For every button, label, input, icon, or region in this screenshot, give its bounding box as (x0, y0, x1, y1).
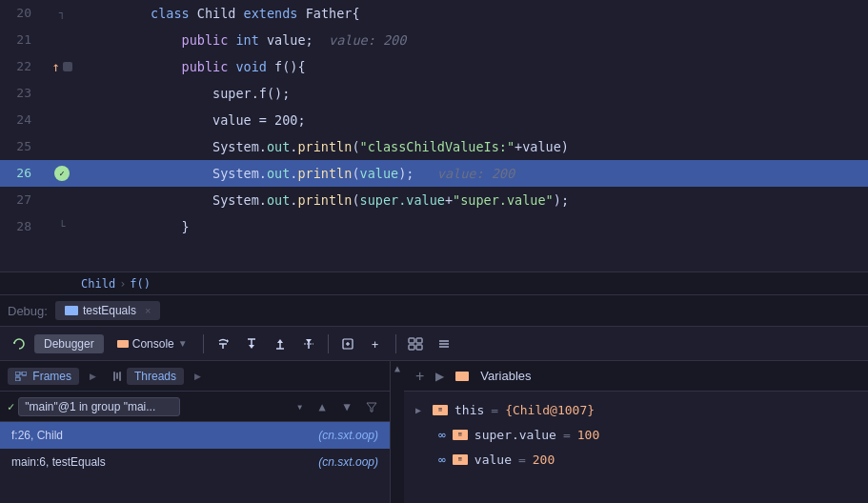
thread-check-icon: ✓ (8, 400, 14, 413)
threads-label[interactable]: Threads (127, 368, 184, 385)
gutter-20: ┐ (43, 0, 81, 27)
breadcrumb-sep: › (119, 277, 126, 291)
step-over-icon (216, 337, 230, 351)
svg-rect-26 (15, 377, 20, 381)
thread-dropdown[interactable]: "main"@1 in group "mai... (18, 397, 180, 416)
stack-frame-1[interactable]: main:6, testEquals (cn.sxt.oop) (0, 449, 390, 475)
line-content-28: } (81, 187, 868, 267)
tab-icon (65, 306, 78, 315)
frames-view-button[interactable] (402, 332, 429, 356)
frame-file-0: (cn.sxt.oop) (318, 429, 378, 442)
run-to-cursor-icon (302, 337, 315, 351)
variables-tree: ▶ ≡ this = {Child@1007} ∞ ≡ super.value … (404, 392, 868, 477)
console-tab[interactable]: Console ▼ (108, 334, 197, 353)
variables-header: + ▶ Variables (404, 361, 868, 392)
toolbar-sep-1 (203, 334, 204, 353)
close-brace: } (151, 219, 190, 234)
var-name-this: this (454, 403, 484, 417)
step-over-button[interactable] (210, 332, 236, 356)
console-arrow-icon: ▼ (178, 338, 188, 349)
var-type-icon-supervalue: ≡ (453, 430, 468, 440)
add-watches-button[interactable]: + (363, 332, 390, 356)
toolbar-sep-2 (328, 334, 329, 353)
gutter-22: ↑ (43, 53, 81, 80)
var-item-value[interactable]: ∞ ≡ value = 200 (404, 447, 868, 472)
line-num-28: 28 (0, 213, 43, 240)
debug-panel: Frames ▶ Threads ▶ ✓ "main"@1 in group "… (0, 361, 868, 503)
breadcrumb-method[interactable]: f() (130, 277, 151, 291)
var-eq-this: = (491, 403, 498, 417)
frame-name-1: main:6, testEquals (11, 455, 318, 469)
console-icon (117, 340, 129, 348)
add-watches-icon: + (370, 337, 383, 351)
tab-name: testEquals (83, 304, 136, 317)
scroll-area: ▲ (391, 361, 404, 503)
line-num-25: 25 (0, 133, 43, 160)
stack-frame-0[interactable]: f:26, Child (cn.sxt.oop) (0, 422, 390, 449)
svg-marker-8 (277, 339, 283, 343)
code-lines: 20 ┐ class Child extends Father{ 21 publ… (0, 0, 868, 272)
code-editor: 20 ┐ class Child extends Father{ 21 publ… (0, 0, 868, 272)
thread-down-button[interactable]: ▼ (336, 396, 357, 417)
threads-arrow-right-icon: ▶ (188, 367, 207, 386)
filter-button[interactable] (361, 396, 382, 417)
stack-frames-list: f:26, Child (cn.sxt.oop) main:6, testEqu… (0, 422, 390, 503)
var-value-value: 200 (533, 453, 555, 467)
evaluate-button[interactable] (334, 332, 361, 356)
step-into-button[interactable] (238, 332, 265, 356)
settings-button[interactable] (431, 332, 457, 356)
line-num-20: 20 (0, 0, 43, 27)
debug-tabs-bar: Debug: testEquals × (0, 294, 868, 327)
debug-toolbar: Debugger Console ▼ (0, 327, 868, 361)
console-label: Console (132, 337, 174, 351)
frames-text: Frames (32, 370, 71, 383)
expand-this-icon[interactable]: ▶ (415, 405, 429, 415)
step-into-icon (245, 337, 258, 351)
threads-section: Threads ▶ (113, 367, 207, 386)
breadcrumb-class[interactable]: Child (81, 277, 115, 291)
step-out-icon (273, 337, 287, 351)
line-num-23: 23 (0, 80, 43, 107)
expand-all-button[interactable]: ▶ (435, 370, 444, 383)
thread-selector: ✓ "main"@1 in group "mai... ▲ ▼ (0, 392, 390, 422)
frames-arrow-right-icon: ▶ (83, 367, 102, 386)
var-name-supervalue: super.value (474, 428, 556, 442)
thread-up-button[interactable]: ▲ (312, 396, 333, 417)
rerun-icon (12, 337, 26, 351)
var-type-icon-this: ≡ (433, 405, 448, 415)
debugger-tab[interactable]: Debugger (34, 334, 104, 353)
variables-icon (455, 372, 469, 381)
breakpoint-26: ✓ (54, 166, 70, 181)
add-variable-button[interactable]: + (415, 368, 424, 385)
rerun-button[interactable] (6, 332, 32, 356)
close-tab-button[interactable]: × (145, 305, 151, 316)
breakpoint-22 (63, 62, 72, 71)
line-num-21: 21 (0, 27, 43, 53)
svg-rect-25 (22, 372, 27, 375)
svg-marker-1 (227, 339, 229, 343)
gutter-26: ✓ (43, 166, 81, 181)
frames-label[interactable]: Frames (8, 368, 79, 385)
right-panel: + ▶ Variables ▶ ≡ this = {Child@1007} ∞ … (404, 361, 868, 503)
debug-tab[interactable]: testEquals × (55, 301, 160, 320)
toolbar-sep-3 (395, 334, 396, 353)
frame-file-1: (cn.sxt.oop) (318, 455, 378, 469)
line-num-27: 27 (0, 187, 43, 213)
line-num-26: 26 (0, 160, 43, 187)
evaluate-icon (341, 337, 354, 351)
line-num-22: 22 (0, 53, 43, 80)
panel-toolbar: Frames ▶ Threads ▶ (0, 361, 390, 392)
frames-view-icon (408, 337, 423, 351)
var-item-this[interactable]: ▶ ≡ this = {Child@1007} (404, 397, 868, 422)
thread-dropdown-wrapper: "main"@1 in group "mai... (18, 396, 308, 416)
scroll-up-button[interactable]: ▲ (391, 361, 404, 374)
svg-rect-20 (416, 345, 422, 350)
bracket-28: └ (59, 213, 66, 240)
run-to-cursor-button[interactable] (295, 332, 322, 356)
step-out-button[interactable] (267, 332, 293, 356)
debug-label: Debug: (8, 304, 48, 318)
infinity-icon-value: ∞ (438, 453, 446, 467)
infinity-icon-supervalue: ∞ (438, 428, 446, 442)
var-item-supervalue[interactable]: ∞ ≡ super.value = 100 (404, 422, 868, 447)
frame-name-0: f:26, Child (11, 429, 318, 442)
